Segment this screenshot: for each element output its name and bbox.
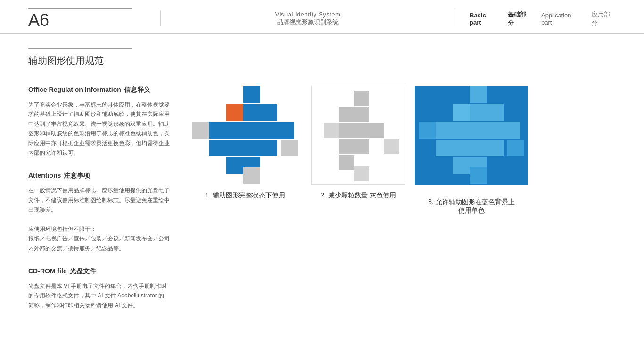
svg-rect-17 [243, 167, 260, 184]
header-right: Basic part 基础部分 Application part 应用部分 [455, 10, 616, 27]
svg-rect-3 [260, 104, 277, 121]
header-center: Visual Identity System 品牌视觉形象识别系统 [160, 11, 455, 26]
graphic-2-svg [312, 86, 406, 185]
svg-rect-11 [226, 140, 243, 156]
attention-title-row: Attentions 注意事项 [28, 172, 170, 181]
svg-rect-38 [487, 122, 504, 139]
svg-rect-25 [339, 139, 354, 154]
svg-rect-43 [487, 140, 504, 156]
svg-rect-0 [243, 86, 260, 103]
attention-body: 在一般情况下使用品牌标志，应尽量使用提供的光盘电子文件，不建议使用标准制图绘制标… [28, 186, 170, 253]
vis-title-en: Visual Identity System [275, 11, 341, 18]
example-3-label: 3. 允许辅助图形在蓝色背景上 使用单色 [428, 198, 515, 215]
attention-section: Attentions 注意事项 在一般情况下使用品牌标志，应尽量使用提供的光盘电… [28, 172, 170, 253]
page-title-section: 辅助图形使用规范 [0, 34, 644, 72]
graphic-3-svg [415, 86, 528, 185]
example-2-label: 2. 减少颗粒数量 灰色使用 [321, 191, 396, 200]
regulation-title-row: Office Regulation Information 信息释义 [28, 86, 170, 95]
cdrom-title-en: CD-ROM file [28, 267, 67, 275]
svg-rect-35 [436, 122, 453, 139]
svg-rect-32 [470, 104, 487, 121]
vis-title-cn: 品牌视觉形象识别系统 [277, 18, 339, 26]
svg-rect-18 [354, 91, 369, 106]
svg-rect-7 [243, 122, 260, 139]
svg-rect-33 [487, 104, 504, 121]
svg-rect-8 [260, 122, 277, 139]
cdrom-body: 光盘文件是本 VI 手册电子文件的集合，内含手册制作时的专用软件格式文件，其中 … [28, 281, 170, 310]
svg-rect-37 [470, 122, 487, 139]
svg-rect-5 [209, 122, 226, 139]
svg-rect-23 [354, 123, 369, 138]
svg-rect-44 [507, 140, 524, 156]
svg-rect-47 [470, 167, 487, 184]
regulation-title-en: Office Regulation Information [28, 86, 121, 93]
svg-rect-30 [470, 86, 487, 103]
svg-rect-21 [324, 123, 339, 138]
left-column: Office Regulation Information 信息释义 为了充实企… [28, 86, 189, 324]
svg-rect-1 [226, 104, 243, 121]
attention-title-en: Attentions [28, 172, 61, 179]
svg-rect-19 [339, 107, 354, 122]
attention-title-cn: 注意事项 [64, 172, 90, 180]
nav-basic-en[interactable]: Basic part [470, 12, 498, 26]
nav-app-en[interactable]: Application part [541, 12, 582, 26]
cdrom-section: CD-ROM file 光盘文件 光盘文件是本 VI 手册电子文件的集合，内含手… [28, 267, 170, 310]
svg-rect-29 [354, 166, 369, 181]
svg-rect-6 [226, 122, 243, 139]
svg-rect-34 [419, 122, 436, 139]
example-2: 2. 减少颗粒数量 灰色使用 [311, 86, 405, 200]
example-1-label: 1. 辅助图形完整状态下使用 [205, 191, 285, 200]
svg-rect-39 [504, 122, 520, 139]
svg-rect-40 [436, 140, 453, 156]
right-column: 1. 辅助图形完整状态下使用 [189, 86, 616, 324]
graphic-1-svg [189, 86, 302, 185]
svg-rect-2 [243, 104, 260, 121]
svg-rect-27 [384, 139, 399, 154]
example-3: 3. 允许辅助图形在蓝色背景上 使用单色 [415, 86, 528, 215]
svg-rect-42 [470, 140, 487, 156]
header-top-rule [28, 8, 132, 9]
nav-app-cn[interactable]: 应用部分 [592, 10, 616, 27]
svg-rect-22 [339, 123, 354, 138]
page-id: A6 [28, 12, 160, 29]
main-content: Office Regulation Information 信息释义 为了充实企… [0, 72, 644, 338]
svg-rect-41 [453, 140, 470, 156]
svg-rect-31 [453, 104, 470, 121]
graphic-3 [415, 86, 528, 185]
header: A6 Visual Identity System 品牌视觉形象识别系统 Bas… [0, 0, 644, 34]
svg-rect-14 [281, 140, 298, 156]
svg-rect-26 [354, 139, 369, 154]
svg-rect-20 [354, 107, 369, 122]
cdrom-title-row: CD-ROM file 光盘文件 [28, 267, 170, 277]
graphic-1 [189, 86, 302, 185]
svg-rect-12 [243, 140, 260, 156]
svg-rect-45 [453, 157, 470, 174]
svg-rect-28 [339, 155, 354, 170]
example-1: 1. 辅助图形完整状态下使用 [189, 86, 302, 200]
graphic-2 [311, 86, 405, 185]
examples-row: 1. 辅助图形完整状态下使用 [189, 86, 616, 215]
nav-basic-cn[interactable]: 基础部分 [508, 10, 532, 27]
regulation-body: 为了充实企业形象，丰富标志的具体应用，在整体视觉要求的基础上设计了辅助图形和辅助… [28, 100, 170, 157]
svg-rect-13 [260, 140, 277, 156]
svg-rect-15 [226, 157, 243, 174]
regulation-title-cn: 信息释义 [124, 86, 150, 94]
header-left: A6 [28, 8, 160, 29]
regulation-section: Office Regulation Information 信息释义 为了充实企… [28, 86, 170, 157]
svg-rect-36 [453, 122, 470, 139]
svg-rect-24 [369, 123, 384, 138]
svg-rect-10 [209, 140, 226, 156]
svg-rect-9 [277, 122, 294, 139]
page-title: 辅助图形使用规范 [28, 54, 616, 67]
cdrom-title-cn: 光盘文件 [70, 267, 96, 276]
page-title-rule [28, 48, 132, 49]
svg-rect-4 [192, 122, 209, 139]
